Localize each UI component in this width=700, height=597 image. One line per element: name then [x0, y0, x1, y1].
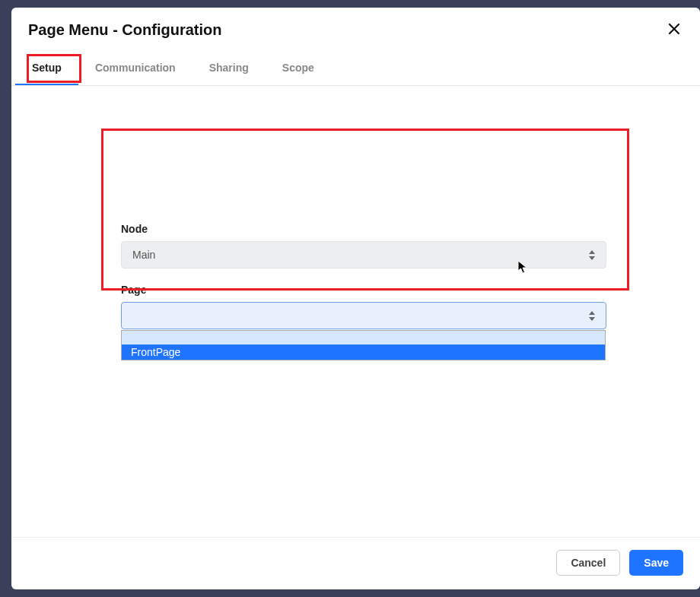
- close-icon: [668, 21, 680, 38]
- modal-header: Page Menu - Configuration: [11, 8, 700, 52]
- node-select[interactable]: Main: [121, 241, 606, 268]
- node-label: Node: [121, 223, 606, 235]
- close-button[interactable]: [665, 19, 683, 40]
- modal-title: Page Menu - Configuration: [28, 21, 221, 39]
- node-select-value: Main: [132, 249, 155, 261]
- page-option-blank[interactable]: [122, 331, 605, 345]
- tab-sharing[interactable]: Sharing: [192, 52, 266, 85]
- page-label: Page: [121, 284, 606, 296]
- modal-body: Node Main Page Fron: [11, 86, 700, 537]
- page-dropdown: FrontPage: [121, 330, 606, 360]
- page-group: Page FrontPage: [121, 284, 606, 329]
- modal-footer: Cancel Save: [11, 537, 700, 589]
- tab-communication[interactable]: Communication: [78, 52, 192, 85]
- page-select[interactable]: [121, 302, 606, 329]
- node-select-wrap: Main: [121, 241, 606, 268]
- node-group: Node Main: [121, 223, 606, 268]
- tab-setup[interactable]: Setup: [15, 52, 78, 85]
- form-area: Node Main Page Fron: [121, 223, 606, 345]
- cancel-button[interactable]: Cancel: [556, 550, 620, 576]
- tab-bar: Setup Communication Sharing Scope: [11, 52, 700, 86]
- page-select-wrap: FrontPage: [121, 302, 606, 329]
- page-option-frontpage[interactable]: FrontPage: [122, 345, 605, 360]
- configuration-modal: Page Menu - Configuration Setup Communic…: [11, 8, 700, 589]
- tab-scope[interactable]: Scope: [266, 52, 331, 85]
- save-button[interactable]: Save: [629, 550, 683, 576]
